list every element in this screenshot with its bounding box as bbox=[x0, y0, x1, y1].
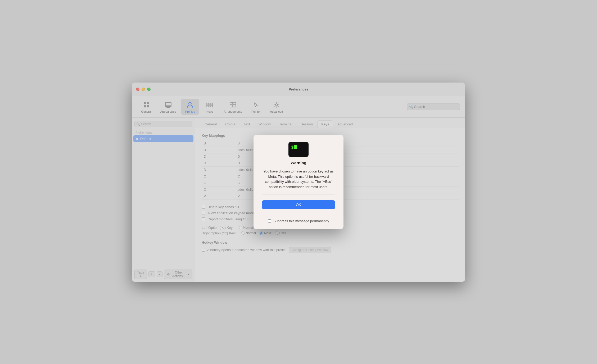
modal-divider bbox=[262, 194, 335, 194]
modal-overlay: $ Warning You have chosen to have an opt… bbox=[132, 83, 465, 282]
suppress-label: Suppress this message permanently bbox=[273, 219, 329, 223]
modal-divider-2 bbox=[262, 214, 335, 214]
modal-title: Warning bbox=[291, 161, 306, 165]
modal-ok-button[interactable]: OK bbox=[262, 200, 335, 209]
dollar-sign: $ bbox=[291, 145, 294, 150]
modal-message: You have chosen to have an option key ac… bbox=[262, 169, 335, 189]
suppress-checkbox[interactable] bbox=[268, 219, 271, 223]
modal-terminal-icon: $ bbox=[288, 142, 309, 157]
suppress-row: Suppress this message permanently bbox=[268, 219, 329, 223]
warning-modal: $ Warning You have chosen to have an opt… bbox=[254, 135, 343, 229]
cursor-block bbox=[294, 145, 297, 149]
preferences-window: Preferences General Ap bbox=[132, 83, 465, 282]
